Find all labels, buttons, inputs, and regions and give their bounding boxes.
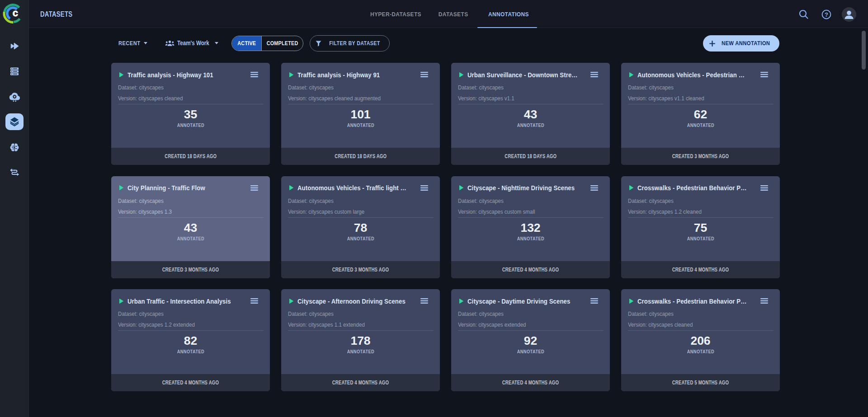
svg-text:c: c: [13, 7, 18, 19]
svg-text:?: ?: [825, 11, 828, 18]
